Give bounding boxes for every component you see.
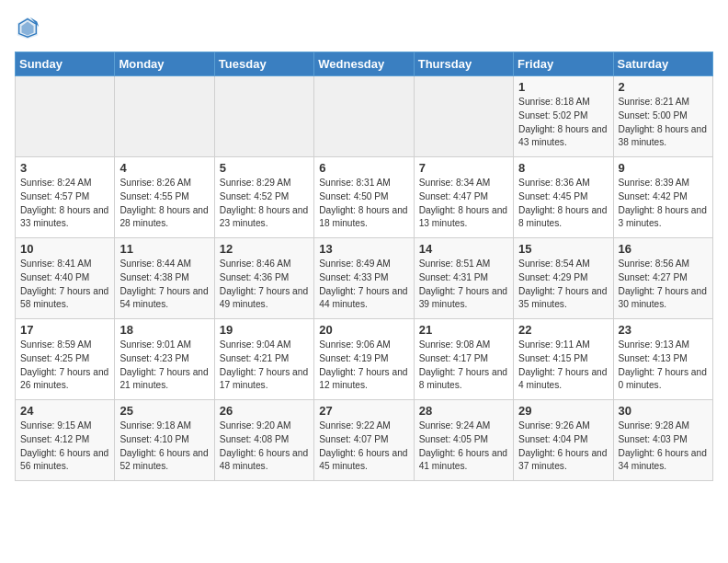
calendar-cell: 14Sunrise: 8:51 AMSunset: 4:31 PMDayligh… <box>414 238 513 319</box>
calendar-cell: 19Sunrise: 9:04 AMSunset: 4:21 PMDayligh… <box>214 319 313 400</box>
day-number: 9 <box>619 161 708 175</box>
calendar-week-row: 17Sunrise: 8:59 AMSunset: 4:25 PMDayligh… <box>16 319 713 400</box>
day-info: Sunrise: 8:26 AMSunset: 4:55 PMDaylight:… <box>119 177 209 231</box>
day-number: 12 <box>220 242 309 256</box>
day-info: Sunrise: 8:36 AMSunset: 4:45 PMDaylight:… <box>518 177 608 231</box>
calendar-cell: 12Sunrise: 8:46 AMSunset: 4:36 PMDayligh… <box>214 238 313 319</box>
day-number: 16 <box>619 242 708 256</box>
calendar-cell: 24Sunrise: 9:15 AMSunset: 4:12 PMDayligh… <box>16 400 115 481</box>
calendar-cell: 11Sunrise: 8:44 AMSunset: 4:38 PMDayligh… <box>115 238 214 319</box>
calendar-week-row: 10Sunrise: 8:41 AMSunset: 4:40 PMDayligh… <box>16 238 713 319</box>
day-number: 7 <box>419 161 508 175</box>
day-info: Sunrise: 9:22 AMSunset: 4:07 PMDaylight:… <box>319 419 408 474</box>
day-number: 2 <box>619 80 708 94</box>
calendar-cell <box>314 76 414 157</box>
day-number: 1 <box>518 80 608 94</box>
calendar-cell: 3Sunrise: 8:24 AMSunset: 4:57 PMDaylight… <box>16 157 115 238</box>
calendar-cell: 28Sunrise: 9:24 AMSunset: 4:05 PMDayligh… <box>414 400 513 481</box>
calendar-header-tuesday: Tuesday <box>214 52 313 76</box>
day-info: Sunrise: 8:39 AMSunset: 4:42 PMDaylight:… <box>619 177 708 231</box>
day-info: Sunrise: 8:31 AMSunset: 4:50 PMDaylight:… <box>319 177 408 231</box>
day-info: Sunrise: 8:24 AMSunset: 4:57 PMDaylight:… <box>20 177 109 231</box>
day-number: 17 <box>20 323 109 337</box>
day-number: 23 <box>619 323 708 337</box>
calendar-week-row: 24Sunrise: 9:15 AMSunset: 4:12 PMDayligh… <box>16 400 713 481</box>
day-number: 3 <box>20 161 109 175</box>
day-number: 24 <box>20 404 109 418</box>
calendar-cell: 16Sunrise: 8:56 AMSunset: 4:27 PMDayligh… <box>613 238 712 319</box>
calendar-header-friday: Friday <box>514 52 613 76</box>
day-number: 26 <box>220 404 309 418</box>
day-info: Sunrise: 9:20 AMSunset: 4:08 PMDaylight:… <box>220 419 309 474</box>
day-info: Sunrise: 8:56 AMSunset: 4:27 PMDaylight:… <box>619 258 708 312</box>
day-info: Sunrise: 9:24 AMSunset: 4:05 PMDaylight:… <box>419 419 508 474</box>
calendar-cell: 10Sunrise: 8:41 AMSunset: 4:40 PMDayligh… <box>16 238 115 319</box>
day-number: 10 <box>20 242 109 256</box>
calendar-cell: 13Sunrise: 8:49 AMSunset: 4:33 PMDayligh… <box>314 238 414 319</box>
day-number: 15 <box>518 242 608 256</box>
day-info: Sunrise: 8:51 AMSunset: 4:31 PMDaylight:… <box>419 258 508 312</box>
logo-icon <box>15 15 40 40</box>
calendar-cell: 30Sunrise: 9:28 AMSunset: 4:03 PMDayligh… <box>613 400 712 481</box>
calendar-header-wednesday: Wednesday <box>314 52 414 76</box>
calendar-cell: 6Sunrise: 8:31 AMSunset: 4:50 PMDaylight… <box>314 157 414 238</box>
day-info: Sunrise: 9:18 AMSunset: 4:10 PMDaylight:… <box>119 419 209 474</box>
calendar-header-row: SundayMondayTuesdayWednesdayThursdayFrid… <box>16 52 713 76</box>
calendar-cell: 21Sunrise: 9:08 AMSunset: 4:17 PMDayligh… <box>414 319 513 400</box>
calendar-cell <box>115 76 214 157</box>
calendar-cell: 22Sunrise: 9:11 AMSunset: 4:15 PMDayligh… <box>514 319 613 400</box>
day-info: Sunrise: 9:26 AMSunset: 4:04 PMDaylight:… <box>518 419 608 474</box>
day-number: 20 <box>319 323 408 337</box>
calendar-cell: 26Sunrise: 9:20 AMSunset: 4:08 PMDayligh… <box>214 400 313 481</box>
calendar-cell: 4Sunrise: 8:26 AMSunset: 4:55 PMDaylight… <box>115 157 214 238</box>
calendar-cell: 8Sunrise: 8:36 AMSunset: 4:45 PMDaylight… <box>514 157 613 238</box>
day-info: Sunrise: 9:06 AMSunset: 4:19 PMDaylight:… <box>319 339 408 393</box>
calendar-cell: 23Sunrise: 9:13 AMSunset: 4:13 PMDayligh… <box>613 319 712 400</box>
day-number: 27 <box>319 404 408 418</box>
day-info: Sunrise: 9:28 AMSunset: 4:03 PMDaylight:… <box>619 419 708 474</box>
day-info: Sunrise: 8:41 AMSunset: 4:40 PMDaylight:… <box>20 258 109 312</box>
day-number: 29 <box>518 404 608 418</box>
logo <box>15 15 44 40</box>
day-number: 19 <box>220 323 309 337</box>
calendar-table: SundayMondayTuesdayWednesdayThursdayFrid… <box>15 52 713 481</box>
day-number: 6 <box>319 161 408 175</box>
day-info: Sunrise: 8:49 AMSunset: 4:33 PMDaylight:… <box>319 258 408 312</box>
day-number: 25 <box>119 404 209 418</box>
day-info: Sunrise: 9:13 AMSunset: 4:13 PMDaylight:… <box>619 339 708 393</box>
calendar-cell: 5Sunrise: 8:29 AMSunset: 4:52 PMDaylight… <box>214 157 313 238</box>
calendar-cell: 17Sunrise: 8:59 AMSunset: 4:25 PMDayligh… <box>16 319 115 400</box>
calendar-cell: 18Sunrise: 9:01 AMSunset: 4:23 PMDayligh… <box>115 319 214 400</box>
calendar-week-row: 1Sunrise: 8:18 AMSunset: 5:02 PMDaylight… <box>16 76 713 157</box>
day-number: 5 <box>220 161 309 175</box>
day-number: 11 <box>119 242 209 256</box>
calendar-cell: 2Sunrise: 8:21 AMSunset: 5:00 PMDaylight… <box>613 76 712 157</box>
calendar-header-saturday: Saturday <box>613 52 712 76</box>
day-info: Sunrise: 9:01 AMSunset: 4:23 PMDaylight:… <box>119 339 209 393</box>
day-info: Sunrise: 8:29 AMSunset: 4:52 PMDaylight:… <box>220 177 309 231</box>
day-info: Sunrise: 8:54 AMSunset: 4:29 PMDaylight:… <box>518 258 608 312</box>
day-info: Sunrise: 8:34 AMSunset: 4:47 PMDaylight:… <box>419 177 508 231</box>
day-number: 4 <box>119 161 209 175</box>
day-info: Sunrise: 8:18 AMSunset: 5:02 PMDaylight:… <box>518 96 608 150</box>
day-number: 13 <box>319 242 408 256</box>
calendar-cell <box>214 76 313 157</box>
day-number: 22 <box>518 323 608 337</box>
calendar-cell: 27Sunrise: 9:22 AMSunset: 4:07 PMDayligh… <box>314 400 414 481</box>
day-number: 18 <box>119 323 209 337</box>
page-header <box>15 15 713 40</box>
calendar-header-thursday: Thursday <box>414 52 513 76</box>
calendar-cell: 25Sunrise: 9:18 AMSunset: 4:10 PMDayligh… <box>115 400 214 481</box>
calendar-cell: 9Sunrise: 8:39 AMSunset: 4:42 PMDaylight… <box>613 157 712 238</box>
calendar-header-sunday: Sunday <box>16 52 115 76</box>
calendar-cell: 15Sunrise: 8:54 AMSunset: 4:29 PMDayligh… <box>514 238 613 319</box>
day-number: 28 <box>419 404 508 418</box>
calendar-header-monday: Monday <box>115 52 214 76</box>
day-info: Sunrise: 9:11 AMSunset: 4:15 PMDaylight:… <box>518 339 608 393</box>
day-info: Sunrise: 8:59 AMSunset: 4:25 PMDaylight:… <box>20 339 109 393</box>
calendar-cell <box>16 76 115 157</box>
calendar-cell <box>414 76 513 157</box>
day-info: Sunrise: 9:15 AMSunset: 4:12 PMDaylight:… <box>20 419 109 474</box>
calendar-cell: 7Sunrise: 8:34 AMSunset: 4:47 PMDaylight… <box>414 157 513 238</box>
day-info: Sunrise: 8:44 AMSunset: 4:38 PMDaylight:… <box>119 258 209 312</box>
